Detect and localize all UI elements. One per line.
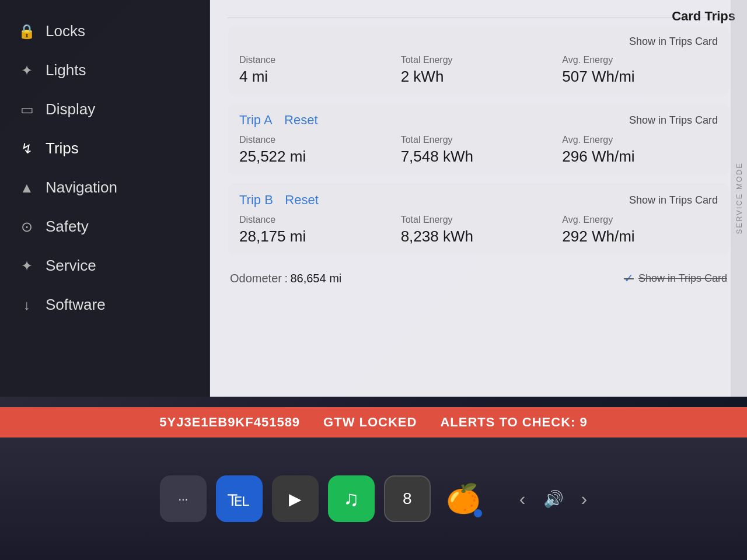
checkmark-icon: ✓	[624, 271, 634, 285]
sidebar-label-navigation: Navigation	[46, 178, 117, 197]
trip-b-section: Trip B Reset Show in Trips Card Distance…	[228, 183, 729, 255]
trip-b-energy-label: Total Energy	[401, 215, 557, 225]
lights-icon: ✦	[18, 62, 36, 79]
trip-a-avg: Avg. Energy 296 Wh/mi	[562, 135, 718, 166]
software-icon: ↓	[18, 297, 36, 313]
trip-b-energy-value: 8,238 kWh	[401, 228, 557, 246]
trip-a-avg-label: Avg. Energy	[562, 135, 718, 145]
trip-a-label: Trip A	[239, 113, 273, 127]
lifetime-avg-label: Avg. Energy	[562, 55, 718, 65]
sidebar-label-safety: Safety	[46, 218, 89, 236]
trip-b-label-group: Trip B Reset	[239, 192, 319, 208]
sidebar-item-locks[interactable]: 🔒 Locks	[0, 12, 210, 51]
lifetime-distance: Distance 4 mi	[239, 55, 395, 86]
trip-b-header: Trip B Reset Show in Trips Card	[239, 192, 718, 208]
alert-count: ALERTS TO CHECK: 9	[440, 415, 587, 430]
notification-dot	[474, 509, 482, 517]
video-button[interactable]: ▶	[272, 475, 319, 522]
trip-b-avg: Avg. Energy 292 Wh/mi	[562, 215, 718, 246]
taskbar-nav: ‹ 🔊 ›	[519, 488, 587, 510]
sidebar-item-trips[interactable]: ↯ Trips	[0, 129, 210, 168]
navigation-icon: ▲	[18, 180, 36, 196]
service-mode-bar: SERVICE MODE	[731, 0, 747, 397]
nav-right-arrow[interactable]: ›	[581, 488, 588, 510]
odometer-show-trips[interactable]: ✓ Show in Trips Card	[624, 271, 727, 285]
trip-b-distance-label: Distance	[239, 215, 395, 225]
lifetime-avg-value: 507 Wh/mi	[562, 68, 718, 86]
trips-icon: ↯	[18, 141, 36, 157]
sidebar: 🔒 Locks ✦ Lights ▭ Display ↯ Trips ▲ Nav…	[0, 0, 210, 397]
sidebar-item-display[interactable]: ▭ Display	[0, 90, 210, 129]
lifetime-avg: Avg. Energy 507 Wh/mi	[562, 55, 718, 86]
display-icon: ▭	[18, 102, 36, 118]
trip-a-show-in-trips[interactable]: Show in Trips Card	[629, 114, 718, 127]
bluetooth-button[interactable]: ℡	[216, 475, 263, 522]
spotify-button[interactable]: ♫	[328, 475, 375, 522]
trip-a-energy-value: 7,548 kWh	[401, 148, 557, 166]
lifetime-energy: Total Energy 2 kWh	[401, 55, 557, 86]
trip-a-avg-value: 296 Wh/mi	[562, 148, 718, 166]
trip-a-energy: Total Energy 7,548 kWh	[401, 135, 557, 166]
screen: 🔒 Locks ✦ Lights ▭ Display ↯ Trips ▲ Nav…	[0, 0, 747, 560]
sidebar-item-navigation[interactable]: ▲ Navigation	[0, 168, 210, 207]
trip-b-distance: Distance 28,175 mi	[239, 215, 395, 246]
trip-a-distance: Distance 25,522 mi	[239, 135, 395, 166]
sidebar-label-software: Software	[46, 296, 106, 314]
trip-b-avg-value: 292 Wh/mi	[562, 228, 718, 246]
taskbar: ··· ℡ ▶ ♫ 8 🍊 ‹ 🔊 ›	[0, 438, 747, 560]
safety-icon: ⊙	[18, 219, 36, 235]
trip-b-label: Trip B	[239, 192, 273, 207]
lifetime-header: Show in Trips Card	[239, 36, 718, 48]
sidebar-item-software[interactable]: ↓ Software	[0, 285, 210, 324]
sidebar-item-lights[interactable]: ✦ Lights	[0, 51, 210, 90]
page-title: Card Trips	[672, 0, 735, 33]
lifetime-stats: Distance 4 mi Total Energy 2 kWh Avg. En…	[239, 55, 718, 86]
service-icon: ✦	[18, 258, 36, 274]
lifetime-distance-value: 4 mi	[239, 68, 395, 86]
fruit-button[interactable]: 🍊	[440, 475, 487, 522]
alert-bar: 5YJ3E1EB9KF451589 GTW LOCKED ALERTS TO C…	[0, 407, 747, 438]
sidebar-label-trips: Trips	[46, 139, 79, 158]
spotify-icon: ♫	[343, 487, 359, 511]
odometer-label: Odometer	[230, 272, 282, 285]
number-label: 8	[403, 489, 412, 508]
alert-status: GTW LOCKED	[323, 415, 417, 430]
trip-a-section: Trip A Reset Show in Trips Card Distance…	[228, 103, 729, 175]
sidebar-item-safety[interactable]: ⊙ Safety	[0, 207, 210, 246]
lifetime-section: Show in Trips Card Distance 4 mi Total E…	[228, 26, 729, 95]
number-button[interactable]: 8	[384, 475, 431, 522]
volume-icon[interactable]: 🔊	[543, 489, 564, 509]
trip-a-reset[interactable]: Reset	[284, 113, 317, 127]
trip-b-avg-label: Avg. Energy	[562, 215, 718, 225]
bluetooth-icon: ℡	[228, 487, 250, 511]
content-header: Card Trips	[228, 12, 729, 18]
sidebar-label-lights: Lights	[46, 61, 86, 79]
odometer-row: Odometer : 86,654 mi ✓ Show in Trips Car…	[228, 263, 729, 293]
lifetime-show-in-trips[interactable]: Show in Trips Card	[629, 36, 718, 48]
dots-label: ···	[179, 492, 189, 506]
sidebar-item-service[interactable]: ✦ Service	[0, 246, 210, 285]
video-icon: ▶	[289, 489, 302, 509]
trip-b-reset[interactable]: Reset	[285, 192, 318, 207]
trip-b-energy: Total Energy 8,238 kWh	[401, 215, 557, 246]
odometer-show-label: Show in Trips Card	[638, 272, 727, 285]
trip-b-distance-value: 28,175 mi	[239, 228, 395, 246]
trip-a-energy-label: Total Energy	[401, 135, 557, 145]
sidebar-label-display: Display	[46, 100, 95, 118]
service-mode-label: SERVICE MODE	[735, 162, 743, 234]
trip-a-header: Trip A Reset Show in Trips Card	[239, 113, 718, 128]
lifetime-distance-label: Distance	[239, 55, 395, 65]
lock-icon: 🔒	[18, 23, 36, 40]
odometer-value: 86,654 mi	[290, 272, 341, 285]
trip-a-distance-label: Distance	[239, 135, 395, 145]
trip-b-show-in-trips[interactable]: Show in Trips Card	[629, 194, 718, 206]
dots-button[interactable]: ···	[160, 475, 207, 522]
main-content: Card Trips Show in Trips Card Distance 4…	[210, 0, 747, 397]
alert-vin: 5YJ3E1EB9KF451589	[159, 415, 300, 430]
odometer-separator: :	[284, 272, 288, 285]
nav-left-arrow[interactable]: ‹	[519, 488, 526, 510]
trip-a-distance-value: 25,522 mi	[239, 148, 395, 166]
lifetime-energy-label: Total Energy	[401, 55, 557, 65]
sidebar-label-locks: Locks	[46, 22, 85, 40]
odometer-info: Odometer : 86,654 mi	[230, 272, 341, 285]
